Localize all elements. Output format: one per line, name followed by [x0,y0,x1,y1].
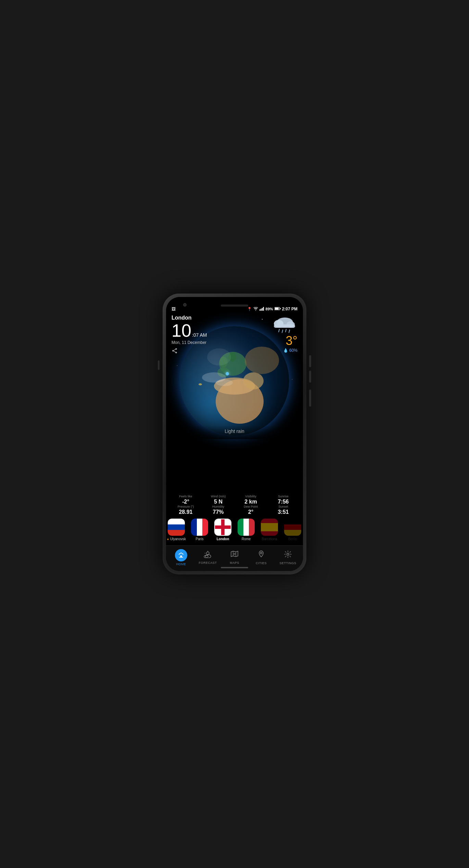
sunrise-value: 7:56 [278,499,289,505]
location-time: London 10 :07 AM Mon, 11 December [172,315,207,355]
status-time: 2:07 PM [282,307,297,311]
flag-russia [168,519,185,536]
svg-line-18 [286,329,286,332]
wind-value: 5 N [214,499,223,505]
visibility-stat: Visibility 2 km [234,495,267,505]
nav-cities[interactable]: CITIES [248,550,275,565]
humidity-value: 60% [289,348,297,353]
sunrise-stat: Sunrise 7:56 [267,495,300,505]
wind-stat: Wind (m/s) 5 N [202,495,234,505]
feels-like-value: -2° [182,499,189,505]
sunrise-label: Sunrise [278,495,289,498]
time-display: 10 :07 AM [172,322,207,339]
pressure-label: Pressure (") [178,505,194,508]
svg-line-10 [174,351,175,352]
svg-line-17 [282,330,283,333]
svg-point-7 [175,348,177,350]
city-label-berlin: Berlin [288,537,297,541]
header-section: London 10 :07 AM Mon, 11 December [166,312,303,358]
city-label-barcelona: Barcelona [262,537,277,541]
share-icon[interactable] [172,348,207,355]
city-item-london[interactable]: London [213,519,233,541]
feels-like-stat: Feels like -2° [169,495,202,505]
svg-point-8 [172,350,174,352]
dewpoint-value: 2° [248,509,253,515]
svg-line-11 [174,349,175,350]
svg-point-31 [206,552,209,555]
phone-screen: 🖼 📍 [166,297,303,571]
volume-up-button[interactable] [309,355,311,367]
weather-stats-grid: Feels like -2° Wind (m/s) 5 N Visibility… [166,491,303,518]
humidity-label: Humidity [212,505,224,508]
city-item-ulyanovsk[interactable]: ★ Ulyanovsk [166,519,187,541]
dewpoint-label: Dew Point [244,505,258,508]
sunset-value: 3:51 [278,509,289,515]
cities-icon [257,550,265,560]
nav-maps[interactable]: MAPS [221,550,248,565]
forecast-icon [203,550,212,560]
settings-icon [284,550,292,560]
nav-forecast[interactable]: FORECAST [194,550,221,565]
app-screen: 🖼 📍 [166,297,303,571]
city-item-rome[interactable]: Rome [236,519,256,541]
svg-point-40 [286,552,290,557]
flag-france [191,519,208,536]
mute-button[interactable] [158,360,160,370]
home-indicator [221,567,248,568]
nav-home[interactable]: HOME [168,549,194,566]
power-button[interactable] [309,389,311,407]
svg-line-19 [289,330,290,333]
city-item-barcelona[interactable]: Barcelona [259,519,280,541]
city-name: London [172,315,207,321]
svg-rect-2 [262,308,263,311]
temperature-display: 3° [286,334,297,348]
city-carousel: ★ Ulyanovsk Paris London Rome [166,516,303,544]
city-label-london: London [217,537,229,541]
date-display: Mon, 11 December [172,340,207,345]
wifi-icon [253,307,258,311]
pressure-stat: Pressure (") 28.91 [169,505,202,515]
city-label-paris: Paris [196,537,204,541]
flag-uk [214,519,231,536]
home-icon [175,549,187,561]
maps-icon [230,550,239,560]
photo-status-icon: 🖼 [172,307,176,311]
nav-settings[interactable]: SETTINGS [275,550,301,565]
city-label-ulyanovsk: ★ Ulyanovsk [167,537,186,541]
wind-label: Wind (m/s) [211,495,226,498]
humidity-stat-value: 77% [213,509,224,515]
svg-line-16 [279,329,279,332]
weather-condition-icon [272,315,297,334]
city-item-berlin[interactable]: Berlin [282,519,303,541]
svg-point-37 [234,553,235,555]
svg-rect-1 [261,309,262,311]
humidity-display: 💧 60% [283,348,297,353]
visibility-value: 2 km [244,499,257,505]
flag-italy [238,519,255,536]
maps-nav-label: MAPS [230,561,239,565]
svg-rect-0 [259,309,261,311]
phone-frame: 🖼 📍 [163,294,306,574]
gradient-overlay [166,425,303,439]
city-label-rome: Rome [242,537,251,541]
flag-germany [284,519,301,536]
volume-down-button[interactable] [309,371,311,383]
battery-percentage: 89% [266,307,273,311]
sunset-label: Sunset [278,505,288,508]
pressure-value: 28.91 [179,509,192,515]
svg-point-38 [261,552,262,554]
svg-point-9 [175,352,177,354]
signal-icon [259,307,264,311]
forecast-nav-label: FORECAST [199,561,217,565]
city-item-paris[interactable]: Paris [189,519,210,541]
time-min-ampm: :07 AM [192,332,207,338]
flag-spain [261,519,278,536]
sunset-stat: Sunset 3:51 [267,505,300,515]
cities-nav-label: CITIES [256,561,267,565]
dewpoint-stat: Dew Point 2° [234,505,267,515]
feels-like-label: Feels like [179,495,192,498]
status-bar: 🖼 📍 [166,297,303,313]
svg-rect-3 [263,307,264,311]
weather-right: 3° 💧 60% [272,315,297,353]
battery-icon [275,307,281,311]
